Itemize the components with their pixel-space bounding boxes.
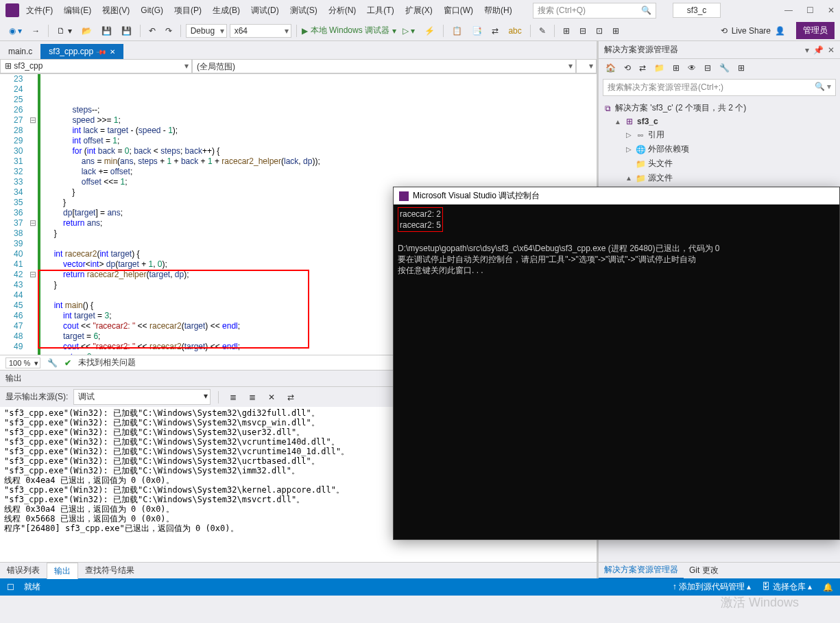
status-bell-icon[interactable]: 🔔 <box>823 583 833 592</box>
open-button[interactable]: 📂 <box>78 25 95 37</box>
tree-headers[interactable]: 头文件 <box>648 158 673 169</box>
status-ready-icon: ☐ <box>7 583 14 592</box>
minimize-button[interactable]: — <box>784 5 793 15</box>
tab-symbols[interactable]: 查找符号结果 <box>78 563 141 578</box>
tab-output[interactable]: 输出 <box>47 563 78 579</box>
status-repo[interactable]: 🗄 选择仓库 ▴ <box>762 581 812 593</box>
close-tab-icon[interactable]: ✕ <box>110 48 115 56</box>
console-title-bar[interactable]: Microsoft Visual Studio 调试控制台 <box>394 187 839 204</box>
tree-refs[interactable]: 引用 <box>648 129 664 141</box>
live-share-icon: ⟲ <box>721 26 728 36</box>
debug-console-window[interactable]: Microsoft Visual Studio 调试控制台 racecar2: … <box>393 187 840 540</box>
menu-tools[interactable]: 工具(T) <box>363 2 398 19</box>
breadcrumb-member[interactable] <box>576 59 597 73</box>
issues-icon[interactable]: 🔧 <box>47 358 58 368</box>
fold-column[interactable]: ⊟⊟⊟ <box>28 74 38 355</box>
tree-project[interactable]: sf3_c <box>637 117 658 126</box>
feedback-icon[interactable]: 👤 <box>775 26 785 36</box>
vs-logo-icon <box>5 3 19 17</box>
save-button[interactable]: 💾 <box>98 25 115 37</box>
output-tb-2[interactable]: ≣ <box>245 391 259 403</box>
panel-close-icon[interactable]: ✕ <box>828 45 835 55</box>
close-button[interactable]: ✕ <box>828 5 835 15</box>
sln-tb-2[interactable]: ⟲ <box>621 62 634 74</box>
menu-test[interactable]: 测试(S) <box>286 2 322 19</box>
expand-icon[interactable]: ▷ <box>625 131 633 139</box>
menu-build[interactable]: 生成(B) <box>208 2 244 19</box>
output-tb-1[interactable]: ≣ <box>226 391 240 403</box>
toolbar-icon-2[interactable]: 📑 <box>468 25 485 37</box>
sln-tb-9[interactable]: ⊞ <box>735 62 747 74</box>
expand-icon[interactable]: ▷ <box>625 145 633 153</box>
save-all-button[interactable]: 💾 <box>118 25 135 37</box>
nav-back-button[interactable]: ◉ ▾ <box>5 25 25 37</box>
toolbar-icon-4[interactable]: abc <box>505 25 525 37</box>
solution-root[interactable]: 解决方案 'sf3_c' (2 个项目，共 2 个) <box>615 102 746 114</box>
sln-tb-5[interactable]: ⊞ <box>670 62 682 74</box>
new-button[interactable]: 🗋 ▾ <box>53 25 75 37</box>
breadcrumb-project[interactable]: ⊞ sf3_cpp <box>0 59 192 73</box>
menu-git[interactable]: Git(G) <box>136 3 167 18</box>
menu-view[interactable]: 视图(V) <box>98 2 134 19</box>
redo-button[interactable]: ↷ <box>162 25 176 37</box>
maximize-button[interactable]: ☐ <box>806 5 814 15</box>
toolbar-icon-7[interactable]: ⊟ <box>576 25 590 37</box>
spark-icon[interactable]: ⚡ <box>421 25 438 37</box>
toolbar-icon-3[interactable]: ⇄ <box>488 25 502 37</box>
status-sourcectl[interactable]: ↑ 添加到源代码管理 ▴ <box>673 581 752 593</box>
breadcrumb-scope[interactable]: (全局范围) <box>192 59 576 73</box>
panel-pin-icon[interactable]: 📌 <box>813 45 824 55</box>
console-line-3: D:\mysetup\gopath\src\dsy\sf3_c\x64\Debu… <box>398 244 720 253</box>
panel-menu-icon[interactable]: ▾ <box>805 45 809 55</box>
output-tb-4[interactable]: ⇄ <box>284 391 298 403</box>
menu-help[interactable]: 帮助(H) <box>480 2 516 19</box>
config-combo[interactable]: Debug <box>186 24 227 38</box>
tab-error-list[interactable]: 错误列表 <box>0 563 47 578</box>
sln-tb-7[interactable]: ⊟ <box>701 62 714 74</box>
run-button[interactable]: ▶ 本地 Windows 调试器 ▾ <box>302 25 396 36</box>
menu-window[interactable]: 窗口(W) <box>440 2 477 19</box>
tree-external[interactable]: 外部依赖项 <box>648 143 689 155</box>
tab-sf3-cpp[interactable]: sf3_cpp.cpp 📌 ✕ <box>40 44 123 59</box>
rp-tab-git[interactable]: Git 更改 <box>684 563 724 578</box>
sc-label: 添加到源代码管理 <box>679 582 745 591</box>
toolbar-icon-5[interactable]: ✎ <box>536 25 549 37</box>
toolbar-icon-9[interactable]: ⊞ <box>609 25 623 37</box>
menu-extensions[interactable]: 扩展(X) <box>401 2 437 19</box>
solution-toolbar: 🏠 ⟲ ⇄ 📁 ⊞ 👁 ⊟ 🔧 ⊞ <box>599 59 840 77</box>
expand-icon[interactable]: ▲ <box>625 174 633 182</box>
folder-icon: 📁 <box>636 159 645 169</box>
toolbar-icon-6[interactable]: ⊞ <box>560 25 573 37</box>
menu-edit[interactable]: 编辑(E) <box>60 2 95 19</box>
search-input[interactable]: 搜索 (Ctrl+Q) 🔍 <box>533 3 656 19</box>
menu-file[interactable]: 文件(F) <box>22 2 57 19</box>
output-source-combo[interactable]: 调试 <box>73 389 211 405</box>
tab-main-c[interactable]: main.c <box>0 44 40 59</box>
menu-analyze[interactable]: 分析(N) <box>324 2 361 19</box>
sln-tb-4[interactable]: 📁 <box>651 62 667 74</box>
sln-tb-home[interactable]: 🏠 <box>603 62 619 74</box>
rp-tab-solution[interactable]: 解决方案资源管理器 <box>599 562 684 579</box>
repo-label: 选择仓库 <box>773 582 806 591</box>
title-bar: 文件(F) 编辑(E) 视图(V) Git(G) 项目(P) 生成(B) 调试(… <box>0 0 840 21</box>
sln-tb-8[interactable]: 🔧 <box>717 62 732 74</box>
toolbar-icon-8[interactable]: ⊡ <box>592 25 606 37</box>
expand-icon[interactable]: ▲ <box>614 118 622 126</box>
output-tb-3[interactable]: ✕ <box>265 391 278 403</box>
run-without-debug-button[interactable]: ▷ ▾ <box>399 25 418 37</box>
menu-project[interactable]: 项目(P) <box>170 2 206 19</box>
console-line-5: 按任意键关闭此窗口. . . <box>398 266 483 275</box>
console-body[interactable]: racecar2: 2 racecar2: 5 D:\mysetup\gopat… <box>394 204 839 539</box>
live-share-button[interactable]: Live Share <box>732 26 771 36</box>
pin-icon[interactable]: 📌 <box>96 46 107 57</box>
toolbar-icon-1[interactable]: 📋 <box>448 25 466 37</box>
nav-fwd-button[interactable]: → <box>28 25 43 37</box>
sln-tb-3[interactable]: ⇄ <box>636 62 649 74</box>
platform-combo[interactable]: x64 <box>230 24 291 38</box>
zoom-combo[interactable]: 100 % <box>5 357 40 368</box>
solution-search[interactable]: 搜索解决方案资源管理器(Ctrl+;) 🔍 ▾ <box>603 79 836 96</box>
undo-button[interactable]: ↶ <box>145 25 159 37</box>
sln-tb-6[interactable]: 👁 <box>685 62 699 74</box>
menu-debug[interactable]: 调试(D) <box>247 2 283 19</box>
tree-sources[interactable]: 源文件 <box>648 172 673 184</box>
